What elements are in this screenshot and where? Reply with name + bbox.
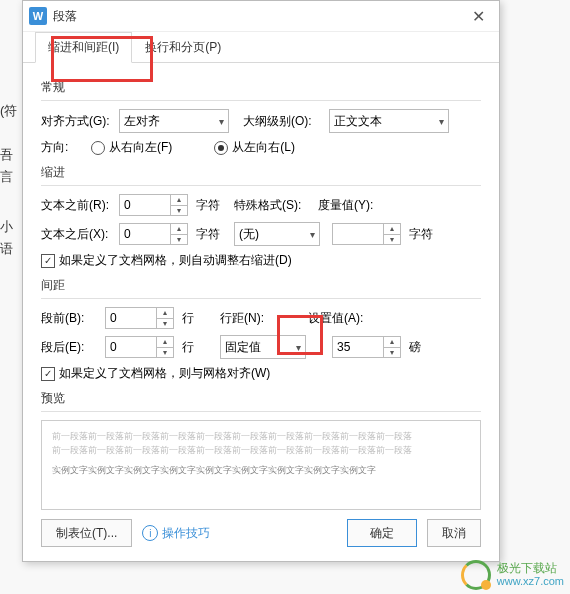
info-icon: i xyxy=(142,525,158,541)
preview-box: 前一段落前一段落前一段落前一段落前一段落前一段落前一段落前一段落前一段落前一段落… xyxy=(41,420,481,510)
text-after-spinner[interactable]: 0 ▴▾ xyxy=(119,223,188,245)
left-text: 小语 xyxy=(0,216,22,260)
chevron-down-icon[interactable]: ▾ xyxy=(384,348,400,358)
section-indent: 缩进 xyxy=(41,164,481,181)
radio-ltr[interactable]: 从左向右(L) xyxy=(214,139,295,156)
chevron-up-icon[interactable]: ▴ xyxy=(384,337,400,348)
titlebar: W 段落 ✕ xyxy=(23,1,499,32)
chevron-down-icon: ▾ xyxy=(310,229,315,240)
chevron-up-icon[interactable]: ▴ xyxy=(171,224,187,235)
line-spacing-dropdown[interactable]: 固定值 ▾ xyxy=(220,335,306,359)
section-spacing: 间距 xyxy=(41,277,481,294)
left-text: 吾言 xyxy=(0,144,22,188)
chevron-down-icon[interactable]: ▾ xyxy=(171,235,187,245)
chevron-down-icon: ▾ xyxy=(439,116,444,127)
chevron-down-icon: ▾ xyxy=(296,342,301,353)
chevron-down-icon[interactable]: ▾ xyxy=(384,235,400,245)
chevron-down-icon[interactable]: ▾ xyxy=(157,348,173,358)
space-before-spinner[interactable]: 0 ▴▾ xyxy=(105,307,174,329)
text-before-spinner[interactable]: 0 ▴▾ xyxy=(119,194,188,216)
watermark: 极光下载站 www.xz7.com xyxy=(461,560,564,590)
watermark-site: www.xz7.com xyxy=(497,575,564,588)
paragraph-dialog: W 段落 ✕ 缩进和间距(I) 换行和分页(P) 常规 对齐方式(G): 左对齐… xyxy=(22,0,500,562)
chevron-up-icon[interactable]: ▴ xyxy=(157,308,173,319)
chevron-down-icon[interactable]: ▾ xyxy=(157,319,173,329)
label-text-after: 文本之后(X): xyxy=(41,226,113,243)
preview-grey-text: 前一段落前一段落前一段落前一段落前一段落前一段落前一段落前一段落前一段落前一段落 xyxy=(52,429,470,443)
text-before-value: 0 xyxy=(119,194,170,216)
unit-label: 字符 xyxy=(409,226,433,243)
tips-label: 操作技巧 xyxy=(162,525,210,542)
special-format-value: (无) xyxy=(239,226,259,243)
text-after-value: 0 xyxy=(119,223,170,245)
space-after-spinner[interactable]: 0 ▴▾ xyxy=(105,336,174,358)
radio-icon xyxy=(214,141,228,155)
set-value-spinner[interactable]: 35 ▴▾ xyxy=(332,336,401,358)
tabstops-button[interactable]: 制表位(T)... xyxy=(41,519,132,547)
chevron-down-icon: ▾ xyxy=(219,116,224,127)
ok-button[interactable]: 确定 xyxy=(347,519,417,547)
outline-value: 正文文本 xyxy=(334,113,382,130)
line-spacing-value: 固定值 xyxy=(225,339,261,356)
checkbox-label: 如果定义了文档网格，则自动调整右缩进(D) xyxy=(59,252,292,269)
tab-line-page-breaks[interactable]: 换行和分页(P) xyxy=(132,32,234,62)
close-icon[interactable]: ✕ xyxy=(463,1,493,31)
preview-sample-text: 实例文字实例文字实例文字实例文字实例文字实例文字实例文字实例文字实例文字 xyxy=(52,463,470,477)
unit-label: 字符 xyxy=(196,197,220,214)
checkbox-icon xyxy=(41,254,55,268)
chevron-down-icon[interactable]: ▾ xyxy=(171,206,187,216)
unit-label: 字符 xyxy=(196,226,220,243)
section-preview: 预览 xyxy=(41,390,481,407)
divider xyxy=(41,100,481,101)
unit-label: 行 xyxy=(182,310,194,327)
chevron-up-icon[interactable]: ▴ xyxy=(171,195,187,206)
label-line-spacing: 行距(N): xyxy=(220,310,276,327)
preview-grey-text: 前一段落前一段落前一段落前一段落前一段落前一段落前一段落前一段落前一段落前一段落 xyxy=(52,443,470,457)
unit-label: 磅 xyxy=(409,339,421,356)
label-space-before: 段前(B): xyxy=(41,310,99,327)
label-outline: 大纲级别(O): xyxy=(243,113,323,130)
cancel-button[interactable]: 取消 xyxy=(427,519,481,547)
app-icon: W xyxy=(29,7,47,25)
watermark-name: 极光下载站 xyxy=(497,562,564,575)
label-alignment: 对齐方式(G): xyxy=(41,113,113,130)
alignment-dropdown[interactable]: 左对齐 ▾ xyxy=(119,109,229,133)
radio-rtl-label: 从右向左(F) xyxy=(109,139,172,156)
tab-indent-spacing[interactable]: 缩进和间距(I) xyxy=(35,32,132,63)
radio-icon xyxy=(91,141,105,155)
label-set-value: 设置值(A): xyxy=(308,310,374,327)
watermark-logo-icon xyxy=(461,560,491,590)
left-text: (符 xyxy=(0,100,22,122)
checkbox-icon xyxy=(41,367,55,381)
label-space-after: 段后(E): xyxy=(41,339,99,356)
checkbox-auto-adjust-indent[interactable]: 如果定义了文档网格，则自动调整右缩进(D) xyxy=(41,252,292,269)
chevron-up-icon[interactable]: ▴ xyxy=(157,337,173,348)
label-direction: 方向: xyxy=(41,139,85,156)
dialog-title: 段落 xyxy=(53,8,463,25)
outline-dropdown[interactable]: 正文文本 ▾ xyxy=(329,109,449,133)
divider xyxy=(41,185,481,186)
divider xyxy=(41,298,481,299)
radio-rtl[interactable]: 从右向左(F) xyxy=(91,139,172,156)
space-after-value: 0 xyxy=(105,336,156,358)
measure-value xyxy=(332,223,383,245)
section-general: 常规 xyxy=(41,79,481,96)
measure-spinner[interactable]: ▴▾ xyxy=(332,223,401,245)
chevron-up-icon[interactable]: ▴ xyxy=(384,224,400,235)
alignment-value: 左对齐 xyxy=(124,113,160,130)
space-before-value: 0 xyxy=(105,307,156,329)
tips-link[interactable]: i 操作技巧 xyxy=(142,525,210,542)
unit-label: 行 xyxy=(182,339,194,356)
tab-bar: 缩进和间距(I) 换行和分页(P) xyxy=(23,32,499,63)
set-value: 35 xyxy=(332,336,383,358)
divider xyxy=(41,411,481,412)
label-text-before: 文本之前(R): xyxy=(41,197,113,214)
label-special-format: 特殊格式(S): xyxy=(234,197,312,214)
special-format-dropdown[interactable]: (无) ▾ xyxy=(234,222,320,246)
label-measure: 度量值(Y): xyxy=(318,197,384,214)
checkbox-label: 如果定义了文档网格，则与网格对齐(W) xyxy=(59,365,270,382)
radio-ltr-label: 从左向右(L) xyxy=(232,139,295,156)
checkbox-snap-to-grid[interactable]: 如果定义了文档网格，则与网格对齐(W) xyxy=(41,365,270,382)
